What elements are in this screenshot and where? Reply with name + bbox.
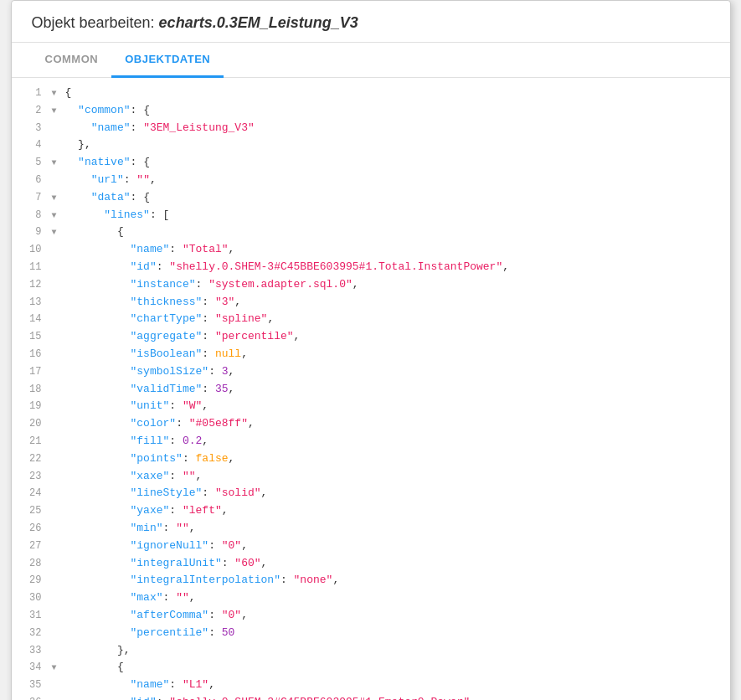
tab-common[interactable]: COMMON xyxy=(32,43,112,78)
line-number: 12 xyxy=(12,276,52,293)
title-bar: Objekt bearbeiten: echarts.0.3EM_Leistun… xyxy=(12,1,730,43)
code-line: 11 "id": "shelly.0.SHEM-3#C45BBE603995#1… xyxy=(12,259,730,276)
line-number: 17 xyxy=(12,363,52,380)
line-content: "id": "shelly.0.SHEM-3#C45BBE603995#1.Em… xyxy=(65,694,730,700)
code-line: 8▼ "lines": [ xyxy=(12,207,730,224)
line-arrow xyxy=(52,589,65,592)
line-number: 32 xyxy=(12,625,52,641)
code-line: 31 "afterComma": "0", xyxy=(12,607,730,625)
line-arrow: ▼ xyxy=(52,224,65,239)
line-content: "integralUnit": "60", xyxy=(65,555,730,573)
line-arrow xyxy=(52,642,65,645)
line-arrow xyxy=(52,694,65,697)
code-line: 2▼ "common": { xyxy=(12,102,730,120)
line-content: "thickness": "3", xyxy=(65,294,730,311)
code-line: 26 "min": "", xyxy=(12,520,730,538)
line-content: { xyxy=(65,659,730,677)
line-number: 25 xyxy=(12,502,52,519)
line-content: "data": { xyxy=(65,189,730,207)
line-arrow xyxy=(52,398,65,400)
line-number: 16 xyxy=(12,346,52,363)
code-line: 35 "name": "L1", xyxy=(12,677,730,694)
line-number: 20 xyxy=(12,415,52,432)
line-number: 3 xyxy=(12,120,52,136)
line-number: 30 xyxy=(12,589,52,606)
line-number: 6 xyxy=(12,172,52,188)
code-line: 5▼ "native": { xyxy=(12,154,730,172)
line-number: 1 xyxy=(12,85,52,101)
line-arrow xyxy=(52,415,65,418)
code-line: 36 "id": "shelly.0.SHEM-3#C45BBE603995#1… xyxy=(12,694,730,700)
code-line: 28 "integralUnit": "60", xyxy=(12,555,730,573)
line-number: 31 xyxy=(12,607,52,624)
code-line: 16 "isBoolean": null, xyxy=(12,346,730,363)
line-number: 29 xyxy=(12,572,52,589)
code-line: 23 "xaxe": "", xyxy=(12,468,730,486)
line-content: "aggregate": "percentile", xyxy=(65,328,730,346)
line-arrow xyxy=(52,433,65,435)
line-number: 35 xyxy=(12,677,52,693)
code-line: 14 "chartType": "spline", xyxy=(12,311,730,328)
line-content: "fill": 0.2, xyxy=(65,433,730,450)
line-arrow xyxy=(52,276,65,279)
code-line: 3 "name": "3EM_Leistung_V3" xyxy=(12,120,730,137)
line-content: "points": false, xyxy=(65,450,730,468)
line-number: 11 xyxy=(12,259,52,275)
line-number: 27 xyxy=(12,538,52,554)
line-number: 9 xyxy=(12,224,52,240)
line-content: "afterComma": "0", xyxy=(65,607,730,625)
line-content: { xyxy=(65,224,730,241)
line-arrow xyxy=(52,120,65,122)
line-content: }, xyxy=(65,642,730,660)
line-number: 19 xyxy=(12,398,52,414)
code-line: 19 "unit": "W", xyxy=(12,398,730,415)
line-content: "native": { xyxy=(65,154,730,172)
line-content: "name": "3EM_Leistung_V3" xyxy=(65,120,730,137)
line-number: 13 xyxy=(12,294,52,311)
code-line: 1▼{ xyxy=(12,85,730,102)
line-content: "min": "", xyxy=(65,520,730,538)
window-title: Objekt bearbeiten: echarts.0.3EM_Leistun… xyxy=(32,14,710,32)
line-content: "lineStyle": "solid", xyxy=(65,485,730,502)
line-arrow xyxy=(52,136,65,139)
code-line: 13 "thickness": "3", xyxy=(12,294,730,311)
line-number: 34 xyxy=(12,659,52,676)
line-arrow xyxy=(52,572,65,574)
line-number: 15 xyxy=(12,328,52,345)
line-arrow xyxy=(52,607,65,610)
code-editor[interactable]: 1▼{2▼ "common": {3 "name": "3EM_Leistung… xyxy=(12,78,730,700)
line-content: "yaxe": "left", xyxy=(65,502,730,520)
line-arrow xyxy=(52,520,65,522)
line-content: "lines": [ xyxy=(65,207,730,224)
line-arrow xyxy=(52,294,65,296)
line-arrow xyxy=(52,259,65,261)
tab-objektdaten[interactable]: OBJEKTDATEN xyxy=(111,43,224,78)
code-line: 6 "url": "", xyxy=(12,172,730,189)
line-content: "name": "Total", xyxy=(65,241,730,259)
line-arrow xyxy=(52,172,65,174)
line-content: { xyxy=(65,85,730,102)
line-number: 36 xyxy=(12,694,52,700)
line-content: "xaxe": "", xyxy=(65,468,730,486)
code-line: 27 "ignoreNull": "0", xyxy=(12,538,730,555)
code-line: 4 }, xyxy=(12,136,730,154)
line-arrow xyxy=(52,346,65,348)
line-content: "url": "", xyxy=(65,172,730,189)
code-line: 12 "instance": "system.adapter.sql.0", xyxy=(12,276,730,294)
line-number: 7 xyxy=(12,189,52,206)
line-number: 28 xyxy=(12,555,52,572)
code-line: 33 }, xyxy=(12,642,730,660)
editor-area: 1▼{2▼ "common": {3 "name": "3EM_Leistung… xyxy=(12,78,730,700)
line-content: "name": "L1", xyxy=(65,677,730,694)
line-content: }, xyxy=(65,136,730,154)
line-arrow: ▼ xyxy=(52,102,65,118)
code-line: 29 "integralInterpolation": "none", xyxy=(12,572,730,589)
line-arrow xyxy=(52,485,65,487)
line-number: 2 xyxy=(12,102,52,119)
line-number: 24 xyxy=(12,485,52,502)
code-line: 10 "name": "Total", xyxy=(12,241,730,259)
line-arrow xyxy=(52,311,65,313)
line-content: "unit": "W", xyxy=(65,398,730,415)
line-number: 33 xyxy=(12,642,52,659)
tabs-bar: COMMON OBJEKTDATEN xyxy=(12,43,730,78)
